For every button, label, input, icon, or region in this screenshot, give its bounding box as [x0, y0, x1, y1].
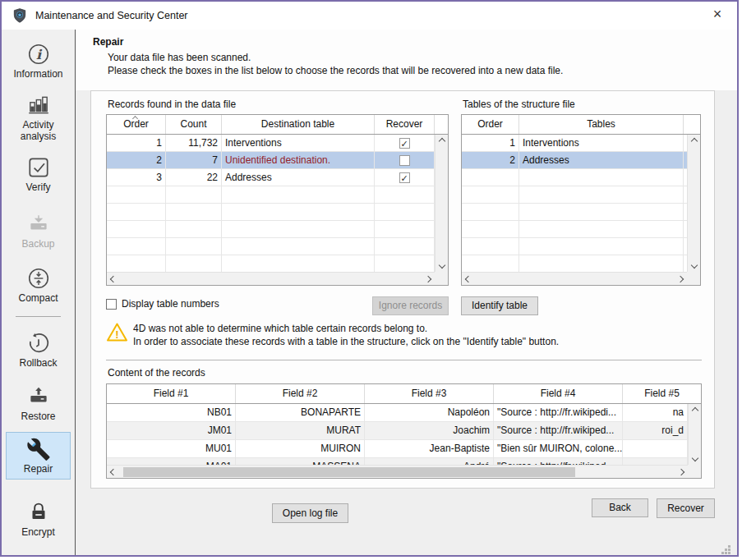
sidebar-item-label: Backup [6, 238, 71, 254]
records-table-header[interactable]: Order Count Destination table Recover [107, 115, 448, 135]
table-row-selected[interactable]: 2 Addresses [462, 152, 687, 169]
ignore-records-button[interactable]: Ignore records [372, 296, 449, 315]
sidebar-item-information[interactable]: i Information [6, 38, 71, 84]
sidebar-item-repair[interactable]: Repair [6, 432, 71, 480]
section-divider [106, 360, 702, 360]
title-bar: Maintenance and Security Center × [2, 2, 737, 30]
sidebar-item-verify[interactable]: Verify [6, 151, 71, 197]
resize-grip-icon[interactable] [721, 545, 731, 555]
content-table-label: Content of the records [108, 367, 205, 379]
padlock-icon [6, 500, 71, 526]
close-icon[interactable]: × [709, 6, 726, 23]
sidebar-item-backup: Backup [6, 208, 71, 254]
rollback-clock-icon [6, 331, 71, 357]
sidebar: i Information Activity analysis Verify [2, 30, 76, 555]
scrollbar-thumb[interactable] [123, 467, 575, 477]
recover-button[interactable]: Recover [657, 498, 715, 518]
recover-checkbox[interactable]: ✓ [399, 172, 410, 183]
content-table-header[interactable]: Field #1 Field #2 Field #3 Field #4 Fiel… [107, 384, 701, 404]
record-row[interactable]: MU01 MUIRON Jean-Baptiste "Bien sûr MUIR… [107, 440, 688, 458]
record-row[interactable]: JM01 MURAT Joachim "Source : http://fr.w… [107, 422, 688, 440]
display-table-numbers-checkbox[interactable] [106, 299, 117, 310]
vertical-scrollbar[interactable] [688, 404, 701, 465]
scroll-up-icon[interactable] [691, 407, 698, 414]
scrollbar-corner [688, 465, 701, 478]
sidebar-item-restore[interactable]: Restore [6, 380, 71, 426]
compress-icon [6, 266, 71, 292]
vertical-scrollbar[interactable] [687, 135, 700, 272]
maintenance-security-center-window: Maintenance and Security Center × i Info… [0, 0, 739, 557]
structure-table-label: Tables of the structure file [463, 99, 575, 110]
scroll-down-icon[interactable] [690, 262, 697, 269]
svg-text:i: i [35, 47, 42, 62]
repair-panel: Records found in the data file Order Cou… [90, 90, 715, 489]
identify-table-button[interactable]: Identify table [461, 296, 538, 315]
record-row[interactable]: NB01 BONAPARTE Napoléon "Source : http:/… [107, 404, 688, 422]
scroll-right-icon[interactable] [678, 468, 684, 475]
svg-text:!: ! [115, 328, 118, 341]
vertical-scrollbar[interactable] [435, 135, 448, 272]
display-table-numbers-label: Display table numbers [122, 298, 219, 310]
sidebar-item-label: Repair [7, 463, 70, 479]
wrench-icon [7, 437, 70, 463]
scroll-up-icon[interactable] [690, 138, 697, 145]
sidebar-item-label: Restore [6, 411, 71, 426]
intro-line-1: Your data file has been scanned. [108, 52, 251, 63]
shield-icon [12, 7, 28, 24]
bar-chart-icon [6, 93, 71, 119]
sidebar-item-encrypt[interactable]: Encrypt [6, 496, 71, 542]
display-table-numbers-control[interactable]: Display table numbers [106, 298, 219, 310]
page-title: Repair [93, 36, 123, 48]
scroll-left-icon[interactable] [110, 468, 117, 475]
sidebar-item-label: Compact [6, 292, 71, 308]
records-table-label: Records found in the data file [108, 99, 236, 110]
warning-line-2: In order to associate these records with… [133, 336, 559, 347]
table-row[interactable]: 1 Interventions [462, 135, 687, 152]
checkbox-check-icon [6, 155, 71, 181]
horizontal-scrollbar[interactable] [107, 465, 688, 478]
record-row[interactable]: MA01 MASSENA André "Source : http://fr.w… [107, 458, 688, 465]
sidebar-item-label: Activity analysis [6, 119, 71, 146]
sidebar-item-label: Rollback [6, 357, 71, 373]
scroll-right-icon[interactable] [677, 275, 684, 282]
open-log-file-button[interactable]: Open log file [272, 503, 348, 523]
table-row[interactable]: 1 11,732 Interventions ✓ [107, 135, 435, 152]
scroll-up-icon[interactable] [438, 138, 445, 145]
info-icon: i [6, 42, 71, 68]
table-row[interactable]: 3 22 Addresses ✓ [107, 169, 435, 186]
scroll-left-icon[interactable] [465, 275, 472, 282]
horizontal-scrollbar[interactable] [462, 272, 687, 285]
scrollbar-corner [687, 272, 700, 285]
back-button[interactable]: Back [592, 498, 648, 517]
records-table: Order Count Destination table Recover 1 … [106, 114, 449, 286]
sidebar-item-compact[interactable]: Compact [6, 262, 71, 308]
restore-drive-icon [6, 384, 71, 411]
recover-checkbox[interactable] [399, 155, 410, 166]
scroll-down-icon[interactable] [438, 262, 445, 269]
sidebar-item-label: Encrypt [6, 526, 71, 542]
scroll-left-icon[interactable] [110, 275, 117, 282]
horizontal-scrollbar[interactable] [107, 272, 435, 285]
sidebar-item-rollback[interactable]: Rollback [6, 327, 71, 373]
content-table: Field #1 Field #2 Field #3 Field #4 Fiel… [106, 383, 702, 479]
sidebar-item-label: Information [6, 68, 71, 84]
scrollbar-corner [435, 272, 448, 285]
sidebar-item-activity-analysis[interactable]: Activity analysis [6, 89, 71, 146]
table-row-selected[interactable]: 2 7 Unidentified destination. [107, 152, 435, 169]
warning-line-1: 4D was not able to determine which table… [133, 323, 427, 334]
structure-table-header[interactable]: Order Tables [462, 115, 700, 135]
warning-icon: ! [106, 322, 128, 346]
scroll-right-icon[interactable] [425, 275, 431, 282]
main-content: Repair Your data file has been scanned. … [76, 30, 737, 555]
sidebar-item-label: Verify [6, 181, 71, 197]
intro-line-2: Please check the boxes in the list below… [108, 65, 563, 76]
sidebar-divider [16, 316, 61, 317]
window-title: Maintenance and Security Center [35, 10, 188, 21]
structure-table: Order Tables 1 Interventions 2 Addresses [461, 114, 701, 286]
recover-checkbox[interactable]: ✓ [399, 138, 410, 149]
backup-drive-icon [6, 212, 71, 238]
scroll-down-icon[interactable] [691, 455, 698, 461]
